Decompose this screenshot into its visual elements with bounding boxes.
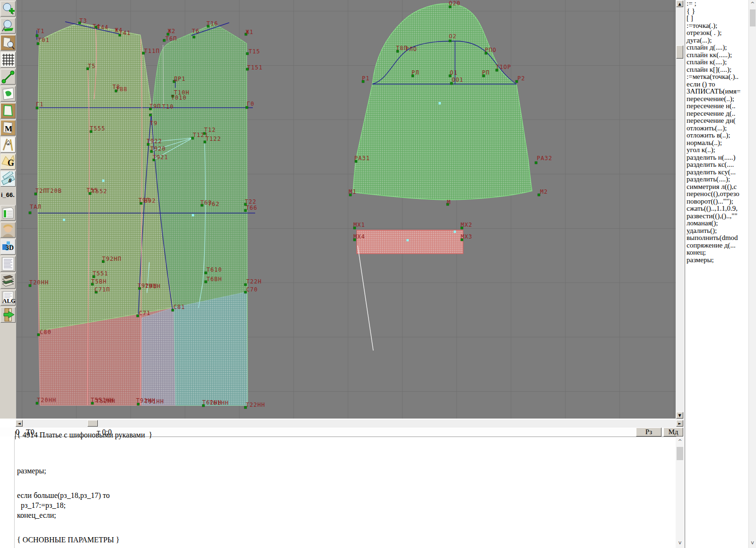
command-item[interactable]: если () то bbox=[685, 81, 748, 88]
command-item[interactable]: размеры; bbox=[685, 257, 748, 264]
piece-sleeve[interactable] bbox=[353, 4, 532, 200]
command-item[interactable]: угол к(..); bbox=[685, 146, 748, 154]
command-item[interactable]: сплайн к[](....); bbox=[685, 66, 748, 74]
highlight-point[interactable] bbox=[438, 102, 441, 104]
g-pattern-icon[interactable]: G bbox=[0, 154, 16, 170]
pattern-point[interactable] bbox=[535, 162, 537, 164]
list-scroll-thumb[interactable] bbox=[750, 9, 756, 26]
command-item[interactable]: конец; bbox=[685, 249, 748, 257]
command-item[interactable]: выполнить(dmod bbox=[685, 234, 748, 242]
highlight-point[interactable] bbox=[102, 180, 104, 182]
piece-outline-icon[interactable] bbox=[0, 103, 16, 119]
command-item[interactable]: пересечение дн( bbox=[685, 117, 748, 125]
alg-icon[interactable]: ALG bbox=[0, 290, 16, 306]
scroll-down-icon[interactable]: ▼ bbox=[676, 412, 683, 419]
piece-cuff-strip[interactable] bbox=[357, 230, 463, 254]
ruler-8-icon[interactable]: 8 bbox=[0, 171, 16, 187]
canvas-hscroll[interactable]: ◄ ► bbox=[16, 420, 684, 428]
command-item[interactable]: симметрия л((),с bbox=[685, 183, 748, 191]
scroll-up-icon[interactable]: ^ bbox=[749, 1, 756, 8]
command-item[interactable]: дуга(...); bbox=[685, 37, 748, 44]
editor-line[interactable]: рз_17:=рз_18; bbox=[17, 501, 66, 510]
drafting-tools-icon[interactable]: A bbox=[0, 137, 16, 153]
code-editor[interactable] bbox=[14, 437, 676, 548]
command-item[interactable]: пересечение(..); bbox=[685, 95, 748, 103]
editor-line[interactable]: { 4914 Платье с шифоновыми рукавами } bbox=[17, 431, 152, 439]
command-item[interactable]: перенос((),отрезо bbox=[685, 190, 748, 198]
hscroll-thumb[interactable] bbox=[87, 420, 98, 427]
list-vscroll[interactable]: ^ v bbox=[748, 0, 756, 548]
command-item[interactable]: разделить кс(.... bbox=[685, 161, 748, 169]
rz-button[interactable]: Рз bbox=[636, 428, 662, 437]
command-item[interactable]: пересечение н(.. bbox=[685, 103, 748, 110]
highlight-point[interactable] bbox=[192, 214, 194, 216]
scroll-right-icon[interactable]: ► bbox=[676, 420, 683, 427]
pattern-point[interactable] bbox=[449, 40, 451, 42]
command-item[interactable]: :=метка(точка(.).. bbox=[685, 73, 748, 81]
scroll-down-icon[interactable]: v bbox=[676, 539, 684, 546]
editor-line[interactable]: { ОСНОВНЫЕ ПАРАМЕТРЫ } bbox=[17, 536, 120, 544]
i66-button[interactable]: i_66. bbox=[0, 188, 16, 204]
command-item[interactable]: сплайн д(....); bbox=[685, 44, 748, 51]
command-item[interactable]: разделить ксу(... bbox=[685, 169, 748, 176]
point-label: Т62 bbox=[208, 201, 220, 207]
3d-icon[interactable]: 3D bbox=[0, 239, 16, 255]
piece-m-icon[interactable]: M bbox=[0, 120, 16, 136]
canvas-vscroll[interactable]: ▲ ▼ bbox=[676, 0, 684, 420]
highlight-point[interactable] bbox=[454, 231, 456, 233]
command-item[interactable]: ЗАПИСАТЬ(имя= bbox=[685, 88, 748, 95]
scroll-up-icon[interactable]: ▲ bbox=[676, 0, 683, 7]
command-item[interactable]: отрезок( . ); bbox=[685, 29, 748, 37]
sheet-curve-icon[interactable] bbox=[0, 86, 16, 102]
command-item[interactable]: сплайн кк(.....); bbox=[685, 51, 748, 59]
command-item[interactable]: := ; bbox=[685, 0, 748, 8]
grid-icon[interactable] bbox=[0, 52, 16, 68]
command-item[interactable]: сопряжение д(... bbox=[685, 242, 748, 249]
editor-line[interactable]: если больше(рз_18,рз_17) то bbox=[17, 491, 110, 500]
zoom-out-icon[interactable] bbox=[0, 18, 16, 34]
editor-scroll-thumb[interactable] bbox=[677, 447, 683, 460]
command-item[interactable]: удалить(); bbox=[685, 227, 748, 235]
segment-icon[interactable] bbox=[0, 69, 16, 85]
command-item[interactable]: разделить н(.....) bbox=[685, 154, 748, 162]
scroll-down-icon[interactable]: v bbox=[749, 539, 756, 546]
command-item[interactable]: разделить(....); bbox=[685, 176, 748, 183]
point-label: Р1 bbox=[362, 75, 369, 82]
vscroll-thumb[interactable] bbox=[676, 45, 683, 59]
md-button[interactable]: Мд bbox=[663, 428, 683, 437]
command-item[interactable]: :=точка(.); bbox=[685, 22, 748, 30]
zoom-in-icon[interactable] bbox=[0, 1, 16, 17]
books-icon[interactable] bbox=[0, 273, 16, 289]
point-label: Т91НН bbox=[145, 398, 164, 405]
command-item[interactable]: нормаль(..); bbox=[685, 139, 748, 147]
pattern-point[interactable] bbox=[149, 114, 152, 116]
command-item[interactable]: сжать(()..,1.1,0.9, bbox=[685, 205, 748, 213]
pattern-point[interactable] bbox=[29, 212, 31, 214]
command-item[interactable]: [ ] bbox=[685, 15, 748, 22]
portrait-icon[interactable] bbox=[0, 222, 16, 238]
command-item[interactable]: сплайн к(....); bbox=[685, 59, 748, 66]
main-canvas[interactable]: Т1Т01Т3Т4Т44Ж4Т41Ж2Т6ПТ11ПТ6Т16Ж1Т15Т151… bbox=[17, 0, 676, 419]
text-list-icon[interactable] bbox=[0, 256, 16, 272]
point-label: Р2 bbox=[517, 75, 525, 82]
command-item[interactable]: { } bbox=[685, 8, 748, 15]
point-label: Т10 bbox=[162, 103, 174, 110]
command-item[interactable]: поворот(()...""); bbox=[685, 198, 748, 206]
command-item[interactable]: развести((),()..,"" bbox=[685, 213, 748, 220]
piece-view-icon[interactable] bbox=[0, 35, 16, 51]
highlight-point[interactable] bbox=[406, 239, 409, 241]
command-item[interactable]: ломаная(); bbox=[685, 220, 748, 227]
command-item[interactable]: отложить(...); bbox=[685, 125, 748, 132]
exit-icon[interactable] bbox=[0, 307, 16, 323]
scroll-up-icon[interactable]: ^ bbox=[676, 438, 684, 445]
pattern-point[interactable] bbox=[193, 36, 195, 38]
editor-vscroll[interactable]: ^ v bbox=[676, 437, 684, 548]
table-icon[interactable] bbox=[0, 205, 16, 221]
command-item[interactable]: пересечение д(.. bbox=[685, 110, 748, 118]
point-label: Т41 bbox=[119, 30, 131, 36]
scroll-left-icon[interactable]: ◄ bbox=[16, 420, 23, 427]
editor-line[interactable]: конец_если; bbox=[17, 511, 56, 520]
editor-line[interactable]: размеры; bbox=[17, 467, 46, 475]
highlight-point[interactable] bbox=[63, 219, 65, 221]
command-item[interactable]: отложить в(..); bbox=[685, 132, 748, 139]
